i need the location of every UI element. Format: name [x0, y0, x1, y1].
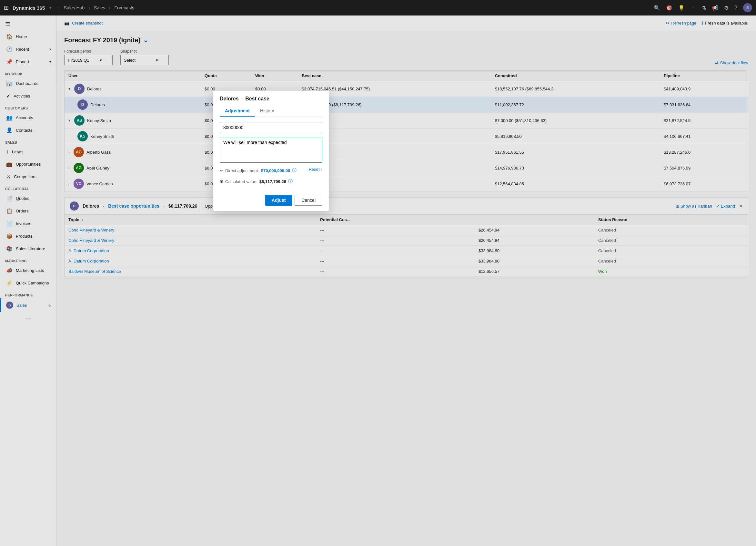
cancel-btn[interactable]: Cancel — [295, 195, 322, 206]
adjust-btn[interactable]: Adjust — [265, 195, 292, 206]
calculated-value-info: ⊞ Calculated value: $8,117,709.26 ⓘ — [220, 178, 322, 184]
direct-adj-info-icon[interactable]: ⓘ — [292, 167, 297, 173]
note-textarea[interactable]: We will sell more than expected — [220, 137, 322, 163]
popup-title-name: Delores — [220, 96, 239, 102]
direct-adjustment-label: Direct adjustment: — [225, 168, 259, 173]
reset-label: Reset — [309, 167, 320, 172]
popup-tabs: Adjustment History — [220, 106, 322, 117]
calc-info-icon[interactable]: ⓘ — [288, 178, 293, 184]
tab-history[interactable]: History — [255, 106, 279, 116]
calculated-value: $8,117,709.26 — [259, 179, 286, 184]
reset-arrow-icon: › — [321, 167, 322, 172]
popup-header: Delores · Best case Adjustment History — [213, 91, 329, 117]
popup-title-sep: · — [241, 96, 243, 102]
popup-body: We will sell more than expected ✏ Direct… — [213, 117, 329, 191]
direct-adjustment-info: ✏ Direct adjustment: $70,000,000.00 ⓘ — [220, 167, 297, 173]
direct-adjustment-row: ✏ Direct adjustment: $70,000,000.00 ⓘ Re… — [220, 164, 322, 175]
popup-title: Delores · Best case — [220, 96, 322, 102]
pencil-icon: ✏ — [220, 168, 223, 173]
amount-input[interactable] — [220, 122, 322, 133]
popup-footer: Adjust Cancel — [213, 191, 329, 211]
calculated-label: Calculated value: — [225, 179, 257, 184]
adjustment-popup: Delores · Best case Adjustment History W… — [213, 90, 329, 211]
popup-title-subtitle: Best case — [245, 96, 269, 102]
reset-btn[interactable]: Reset › — [309, 167, 322, 172]
modal-overlay — [0, 0, 756, 546]
direct-adjustment-value: $70,000,000.00 — [261, 168, 290, 173]
calc-icon: ⊞ — [220, 179, 223, 184]
tab-adjustment[interactable]: Adjustment — [220, 106, 255, 116]
